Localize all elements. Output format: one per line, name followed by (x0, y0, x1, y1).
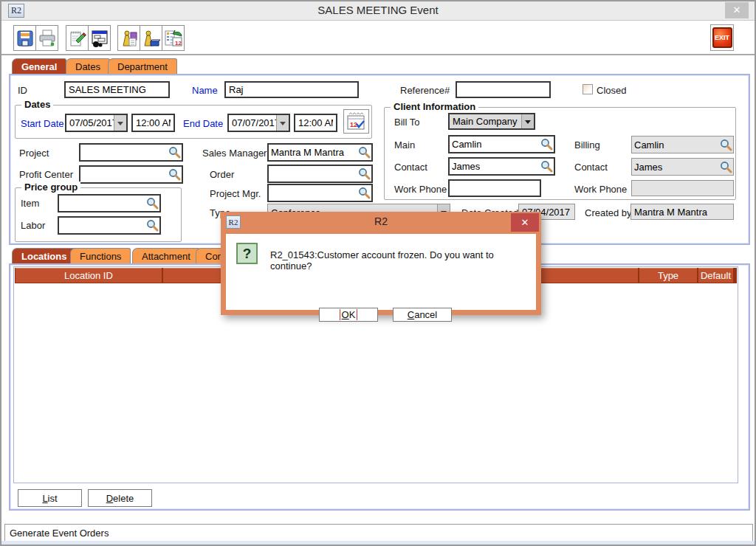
search-icon[interactable] (540, 138, 553, 151)
reference-label: Reference# (400, 85, 450, 96)
billing-contact-field (631, 158, 734, 176)
bill-to-value: Main Company (450, 116, 521, 127)
search-icon[interactable] (168, 146, 181, 159)
toolbar: 12 EXIT (1, 21, 755, 55)
window-close-button[interactable]: ✕ (725, 2, 749, 18)
billing-work-phone-label: Work Phone (574, 184, 627, 195)
billing-client-field (631, 136, 734, 153)
client-catalog-button[interactable] (140, 25, 162, 51)
profit-center-input[interactable] (80, 169, 168, 180)
search-icon[interactable] (540, 160, 553, 173)
reference-input[interactable] (456, 81, 551, 98)
edit-notes-button[interactable] (66, 25, 89, 51)
form-view-icon (90, 29, 109, 48)
end-date-combo[interactable]: 07/07/2017 (227, 114, 290, 132)
item-field[interactable] (58, 194, 161, 212)
start-date-combo[interactable]: 07/05/2017 (65, 114, 128, 132)
tab-dates[interactable]: Dates (66, 58, 110, 75)
window-bottom-edge (1, 541, 755, 545)
search-icon[interactable] (720, 139, 732, 151)
labor-input[interactable] (59, 220, 146, 231)
contact-input[interactable] (450, 161, 540, 172)
project-label: Project (19, 148, 49, 159)
closed-checkbox[interactable] (583, 84, 593, 94)
bill-to-combo[interactable]: Main Company (448, 113, 535, 130)
item-label: Item (21, 198, 39, 209)
tab-general[interactable]: General (12, 58, 66, 75)
calendar-schedule-button[interactable]: 12 (162, 25, 185, 51)
main-client-field[interactable] (448, 135, 555, 153)
name-input[interactable] (224, 81, 359, 98)
work-phone-label: Work Phone (394, 184, 447, 195)
bill-to-dropdown-arrow-icon[interactable] (521, 114, 534, 128)
contact-field[interactable] (448, 157, 555, 176)
dates-group-title: Dates (21, 99, 53, 110)
tab-locations[interactable]: Locations (12, 248, 76, 264)
dialog-close-button[interactable]: ✕ (511, 213, 539, 232)
sales-manager-field[interactable] (267, 143, 373, 162)
status-bar: Generate Event Orders (4, 524, 753, 542)
item-input[interactable] (59, 198, 146, 209)
print-icon (38, 29, 57, 48)
calendar-schedule-icon: 12 (164, 29, 183, 48)
save-icon (16, 29, 35, 48)
profit-center-label: Profit Center (19, 169, 73, 180)
delete-button[interactable]: Delete (88, 489, 152, 507)
question-icon: ? (236, 243, 258, 264)
print-button[interactable] (35, 25, 58, 51)
column-header-default[interactable]: Default (698, 268, 733, 283)
delete-button-label: Delete (106, 493, 134, 504)
dialog-body: ? R2_01543:Customer account frozen. Do y… (226, 234, 536, 310)
start-date-dropdown-arrow-icon[interactable] (114, 115, 126, 131)
cancel-button[interactable]: Cancel (393, 308, 452, 322)
tab-functions[interactable]: Functions (70, 248, 131, 264)
profit-center-field[interactable] (79, 165, 183, 184)
search-icon[interactable] (358, 187, 371, 199)
id-input[interactable] (64, 81, 170, 98)
id-label: ID (18, 85, 27, 96)
form-view-button[interactable] (88, 25, 111, 51)
project-mgr-field[interactable] (267, 184, 373, 202)
work-phone-input[interactable] (448, 179, 541, 197)
project-mgr-label: Project Mgr. (210, 188, 261, 199)
search-icon[interactable] (146, 197, 159, 210)
date-range-calendar-button[interactable]: 12 (343, 109, 369, 134)
column-header-type[interactable]: Type (639, 268, 697, 283)
created-by-label: Created by (585, 207, 632, 218)
ok-button[interactable]: OK (319, 308, 378, 322)
end-time-input[interactable] (294, 114, 337, 132)
search-icon[interactable] (720, 161, 732, 173)
exit-button[interactable]: EXIT (710, 24, 734, 51)
save-button[interactable] (13, 25, 36, 51)
column-header-location-id[interactable]: Location ID (16, 268, 162, 283)
sales-manager-input[interactable] (269, 147, 358, 158)
project-field[interactable] (79, 143, 183, 162)
bill-to-label: Bill To (394, 117, 419, 128)
search-icon[interactable] (358, 146, 371, 159)
project-mgr-input[interactable] (269, 187, 358, 198)
ok-button-label: OK (340, 309, 358, 320)
billing-contact-input (632, 162, 720, 173)
title-bar: R2 SALES MEETING Event ✕ (1, 1, 755, 21)
labor-label: Labor (21, 220, 45, 231)
list-button[interactable]: List (18, 489, 82, 507)
end-date-dropdown-arrow-icon[interactable] (276, 115, 289, 131)
main-client-input[interactable] (450, 139, 540, 150)
start-date-value: 07/05/2017 (66, 117, 114, 128)
end-date-label: End Date (183, 118, 223, 129)
search-icon[interactable] (358, 167, 371, 180)
tab-department[interactable]: Department (108, 58, 177, 75)
client-document-button[interactable] (117, 25, 140, 51)
start-time-input[interactable] (131, 114, 175, 132)
search-icon[interactable] (168, 168, 181, 181)
project-input[interactable] (80, 147, 168, 158)
order-field[interactable] (267, 165, 373, 183)
labor-field[interactable] (58, 216, 161, 235)
tab-attachment[interactable]: Attachment (132, 248, 200, 264)
cancel-button-label: Cancel (408, 309, 437, 320)
billing-label: Billing (574, 139, 600, 151)
edit-notes-icon (68, 29, 87, 48)
status-text: Generate Event Orders (10, 528, 109, 539)
order-input[interactable] (269, 168, 358, 179)
search-icon[interactable] (146, 219, 159, 232)
